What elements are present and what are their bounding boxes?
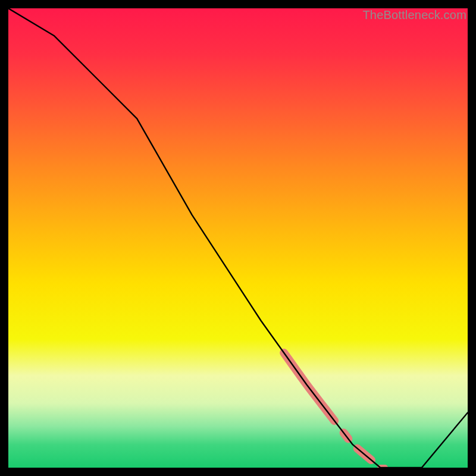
chart-frame: TheBottleneck.com [8, 8, 468, 468]
chart-plot [8, 8, 468, 468]
watermark-text: TheBottleneck.com [362, 8, 466, 22]
chart-background [8, 8, 468, 468]
